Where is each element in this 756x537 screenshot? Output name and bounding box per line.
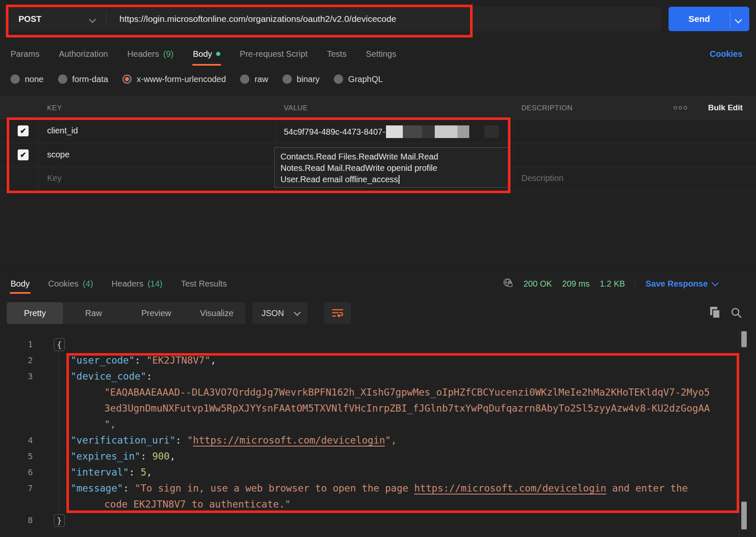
key-column-header: KEY [47, 104, 62, 112]
message-devicelogin-link[interactable]: https://microsoft.com/devicelogin [414, 483, 606, 494]
request-tab-bar: Params Authorization Headers(9) Body Pre… [11, 42, 396, 66]
scrollbar-track [739, 329, 739, 537]
scrollbar-thumb[interactable] [741, 331, 747, 347]
line-number: 6 [15, 464, 33, 481]
row1-key-cell[interactable]: client_id [47, 126, 78, 136]
line-number: 2 [15, 352, 33, 369]
code-line-user-code: "user_code": "EK2JTN8V7", [71, 352, 216, 369]
method-chevron-down-icon[interactable] [90, 16, 95, 24]
code-line-expires-in: "expires_in": 900, [71, 448, 175, 465]
mode-x-www-form-urlencoded[interactable]: x-www-form-urlencoded [122, 74, 226, 84]
tab-body[interactable]: Body [193, 49, 221, 59]
divider [0, 269, 756, 270]
empty-row-key-cell[interactable]: Key [47, 173, 61, 183]
line-number: 8 [15, 512, 33, 529]
network-globe-lock-icon[interactable] [502, 277, 513, 290]
redacted-value-block [386, 125, 403, 138]
mode-form-data[interactable]: form-data [58, 74, 108, 84]
tab-pre-request-script[interactable]: Pre-request Script [240, 49, 307, 59]
url-input[interactable]: https://login.microsoftonline.com/organi… [119, 7, 396, 31]
headers-count-badge: (9) [163, 49, 173, 59]
row2-value-editor[interactable]: Contacts.Read Files.ReadWrite Mail.Read … [274, 147, 510, 188]
body-mode-selector: none form-data x-www-form-urlencoded raw… [11, 69, 383, 89]
more-options-icon[interactable] [674, 106, 687, 109]
verification-uri-link[interactable]: https://microsoft.com/devicelogin [193, 435, 385, 446]
mode-none[interactable]: none [11, 74, 44, 84]
view-raw[interactable]: Raw [63, 302, 124, 324]
divider [697, 96, 698, 120]
divider [666, 96, 666, 120]
status-badge: 200 OK [523, 279, 552, 289]
tab-response-cookies[interactable]: Cookies(4) [48, 279, 93, 289]
copy-icon [709, 306, 722, 319]
row2-key-cell[interactable]: scope [47, 150, 69, 160]
tab-tests[interactable]: Tests [327, 49, 346, 59]
row1-value-cell[interactable]: 54c9f794-489c-4473-8407- [284, 125, 499, 139]
code-line-device-code-3: ", [104, 416, 116, 433]
radio-icon [58, 74, 67, 84]
search-response-button[interactable] [729, 306, 743, 320]
divider [0, 143, 756, 144]
language-label: JSON [262, 308, 284, 318]
redacted-value-block [484, 125, 499, 138]
text-cursor [399, 175, 399, 184]
send-options-chevron-icon[interactable] [736, 16, 741, 24]
tab-test-results[interactable]: Test Results [181, 279, 227, 289]
response-tab-bar: Body Cookies(4) Headers(14) Test Results [11, 273, 227, 295]
view-visualize[interactable]: Visualize [188, 302, 245, 324]
response-size: 1.2 KB [600, 279, 625, 289]
redacted-value-block [457, 125, 469, 138]
language-select[interactable]: JSON [252, 302, 307, 324]
divider [635, 278, 635, 289]
tab-headers[interactable]: Headers(9) [127, 49, 174, 59]
response-view-switch: Pretty Raw Preview Visualize [7, 302, 245, 324]
code-line-message-wrap: code EK2JTN8V7 to authenticate." [104, 496, 291, 513]
copy-response-button[interactable] [708, 306, 722, 320]
url-text: https://login.microsoftonline.com/organi… [119, 14, 396, 24]
view-pretty[interactable]: Pretty [7, 302, 63, 324]
mode-binary[interactable]: binary [283, 74, 320, 84]
empty-row-description-cell[interactable]: Description [521, 173, 563, 183]
postman-window: POST https://login.microsoftonline.com/o… [0, 0, 756, 537]
redacted-value-block [422, 125, 435, 138]
wrap-lines-button[interactable] [324, 302, 351, 324]
fold-toggle-close-brace[interactable]: } [54, 514, 65, 527]
table-header-row: KEY VALUE DESCRIPTION Bulk Edit [0, 96, 756, 119]
scrollbar-thumb[interactable] [741, 502, 747, 529]
radio-selected-icon [122, 74, 132, 84]
bulk-edit-button[interactable]: Bulk Edit [708, 103, 743, 112]
code-line-interval: "interval": 5, [71, 464, 152, 481]
radio-icon [283, 74, 292, 84]
tab-response-headers[interactable]: Headers(14) [111, 279, 162, 289]
active-tab-underline [192, 64, 222, 66]
divider [0, 191, 756, 191]
view-preview[interactable]: Preview [124, 302, 188, 324]
description-column-header: DESCRIPTION [521, 104, 573, 112]
search-icon [730, 307, 742, 319]
code-line-verification-uri: "verification_uri": "https://microsoft.c… [71, 432, 397, 449]
mode-graphql[interactable]: GraphQL [334, 74, 383, 84]
active-tab-underline [10, 292, 31, 294]
divider [730, 10, 730, 28]
radio-icon [334, 74, 343, 84]
mode-raw[interactable]: raw [240, 74, 268, 84]
value-column-header: VALUE [284, 104, 308, 112]
tab-settings[interactable]: Settings [366, 49, 396, 59]
tab-authorization[interactable]: Authorization [59, 49, 108, 59]
radio-icon [240, 74, 249, 84]
row1-checkbox[interactable]: ✔ [18, 125, 29, 136]
line-number: 3 [15, 368, 33, 385]
save-response-button[interactable]: Save Response [645, 279, 718, 289]
tab-response-body[interactable]: Body [11, 279, 30, 289]
row2-checkbox[interactable]: ✔ [18, 149, 29, 160]
send-button[interactable]: Send [669, 7, 749, 31]
method-select[interactable]: POST [19, 7, 41, 31]
line-number: 5 [15, 448, 33, 465]
cookies-link[interactable]: Cookies [710, 42, 743, 66]
cookies-count-badge: (4) [83, 279, 93, 289]
scope-line-1: Contacts.Read Files.ReadWrite Mail.Read [280, 151, 503, 162]
fold-toggle-open-brace[interactable]: { [54, 338, 65, 351]
divider [106, 11, 106, 27]
tab-params[interactable]: Params [11, 49, 40, 59]
code-line-message: "message": "To sign in, use a web browse… [71, 480, 688, 497]
